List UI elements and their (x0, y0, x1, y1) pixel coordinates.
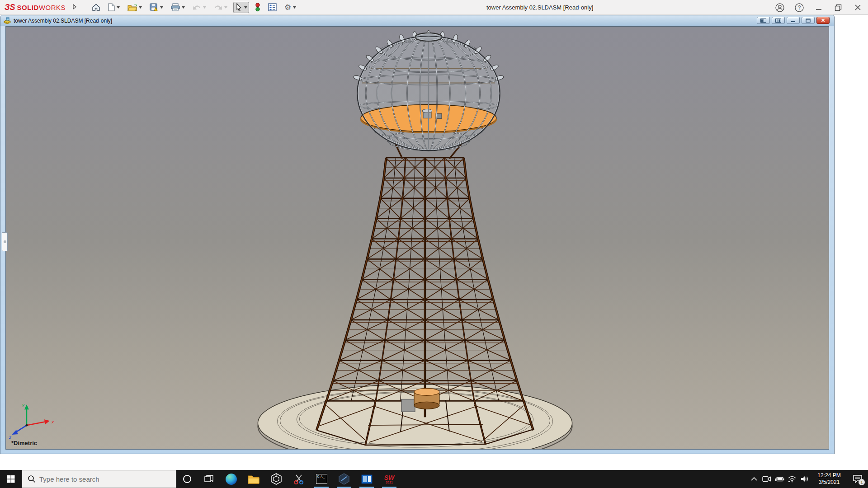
redo-dropdown-icon[interactable] (224, 6, 227, 9)
main-toolbar: ⚙ (90, 1, 298, 13)
options-dropdown-icon[interactable] (293, 6, 296, 9)
triad-label-x: x (51, 419, 54, 424)
dev-hexagon-icon (338, 473, 350, 485)
new-document-button[interactable] (106, 2, 122, 13)
print-dropdown-icon[interactable] (182, 6, 185, 9)
search-icon (28, 475, 36, 483)
task-pane-button[interactable] (266, 2, 278, 13)
restore-button[interactable] (832, 2, 844, 14)
menu-flyout-arrow-icon[interactable] (73, 3, 76, 11)
volume-button[interactable] (798, 470, 811, 488)
tile-left-button[interactable] (757, 17, 770, 24)
home-button[interactable] (90, 2, 102, 13)
solidworks-logo-light: WORKS (39, 4, 66, 11)
print-button[interactable] (169, 2, 187, 13)
redo-icon (214, 4, 222, 11)
help-icon: ? (794, 3, 804, 13)
new-document-icon (108, 3, 115, 11)
battery-icon (774, 476, 785, 482)
account-icon (775, 3, 785, 13)
solidworks-2021-icon: SW 2021 (384, 474, 395, 484)
wifi-button[interactable] (786, 470, 798, 488)
graphics-viewport[interactable]: xyz *Dimetric (5, 26, 829, 450)
taskbar-app-edge[interactable] (220, 470, 242, 488)
action-center-button[interactable]: 1 (847, 470, 868, 488)
view-orientation-label: *Dimetric (11, 440, 37, 446)
save-button[interactable] (148, 2, 165, 13)
command-prompt-icon: C:\_ (316, 474, 327, 484)
taskbar-app-solidworks[interactable]: SW 2021 (378, 470, 401, 488)
minimize-button[interactable] (813, 2, 825, 14)
search-input[interactable] (39, 475, 166, 483)
hidden-icons-button[interactable] (748, 470, 760, 488)
undo-button[interactable] (191, 2, 208, 12)
redo-button[interactable] (212, 2, 229, 12)
file-explorer-icon (248, 474, 259, 484)
cortana-button[interactable] (176, 470, 198, 488)
taskbar-app-command-prompt[interactable]: C:\_ (310, 470, 333, 488)
3d-model-canvas[interactable]: xyz (6, 27, 829, 449)
taskbar-app-snipping-tool[interactable] (288, 470, 310, 488)
print-icon (171, 3, 180, 11)
cupola-cage-model (353, 30, 504, 150)
system-tray: 12:24 PM 3/5/2021 1 (748, 470, 868, 488)
clock-date: 3/5/2021 (819, 479, 840, 486)
document-minimize-button[interactable] (787, 17, 800, 24)
options-gear-icon: ⚙ (284, 4, 291, 11)
solidworks-logo-bold: SOLID (17, 4, 39, 11)
clock-time: 12:24 PM (817, 472, 840, 479)
windows-logo-icon (7, 475, 15, 483)
taskbar-search-box[interactable] (22, 470, 176, 488)
orientation-triad: xyz (9, 402, 54, 440)
home-icon (92, 3, 100, 11)
cortana-icon (182, 474, 192, 484)
svg-text:?: ? (798, 5, 801, 11)
options-button[interactable]: ⚙ (283, 2, 298, 13)
triad-label-y: y (22, 402, 25, 407)
windows-taskbar: C:\_ SW 2021 (0, 470, 868, 488)
account-button[interactable] (774, 2, 786, 14)
tile-right-icon (775, 19, 781, 23)
wifi-icon (788, 475, 797, 483)
undo-icon (193, 4, 201, 11)
select-dropdown-icon[interactable] (244, 6, 247, 9)
open-icon (127, 4, 137, 11)
design-check-icon (255, 3, 260, 12)
taskbar-clock[interactable]: 12:24 PM 3/5/2021 (811, 470, 847, 488)
document-window: tower Assembly 02.SLDASM [Read-only] ✕ (0, 15, 835, 454)
tile-right-button[interactable] (772, 17, 785, 24)
notification-count-badge: 1 (859, 479, 865, 485)
taskbar-app-dev-hexagon[interactable] (333, 470, 355, 488)
design-check-button[interactable] (253, 1, 262, 13)
task-view-button[interactable] (198, 470, 220, 488)
meet-now-button[interactable] (760, 470, 773, 488)
start-button[interactable] (0, 470, 22, 488)
open-button[interactable] (126, 2, 144, 13)
undo-dropdown-icon[interactable] (203, 6, 206, 9)
feature-panel-collapse-handle[interactable] (2, 232, 8, 251)
taskbar-app-3d-viewer[interactable] (265, 470, 288, 488)
taskbar-app-file-explorer[interactable] (242, 470, 265, 488)
select-tool-button[interactable] (233, 2, 249, 13)
new-document-dropdown-icon[interactable] (117, 6, 120, 9)
open-dropdown-icon[interactable] (139, 6, 142, 9)
document-close-button[interactable]: ✕ (816, 17, 830, 24)
restore-icon (835, 4, 842, 11)
help-button[interactable]: ? (793, 2, 805, 14)
document-window-controls: ✕ (757, 17, 830, 24)
solidworks-logo-glyph: ЗS (5, 3, 15, 12)
close-icon: ✕ (821, 18, 825, 23)
volume-icon (800, 475, 809, 483)
app-window-controls: ? (774, 0, 863, 15)
document-title-bar[interactable]: tower Assembly 02.SLDASM [Read-only] ✕ (0, 15, 834, 26)
desktop: ЗS SOLID WORKS (0, 0, 868, 488)
taskbar-app-remote-desktop[interactable] (355, 470, 378, 488)
document-title: tower Assembly 02.SLDASM [Read-only] (14, 18, 112, 24)
close-button[interactable] (852, 2, 863, 14)
document-restore-button[interactable] (802, 17, 815, 24)
triad-label-z: z (9, 435, 11, 440)
save-dropdown-icon[interactable] (160, 6, 163, 9)
battery-button[interactable] (773, 470, 786, 488)
solidworks-logo: ЗS SOLID WORKS (5, 3, 66, 12)
app-window-title: tower Assembly 02.SLDASM [Read-only] (486, 0, 593, 15)
